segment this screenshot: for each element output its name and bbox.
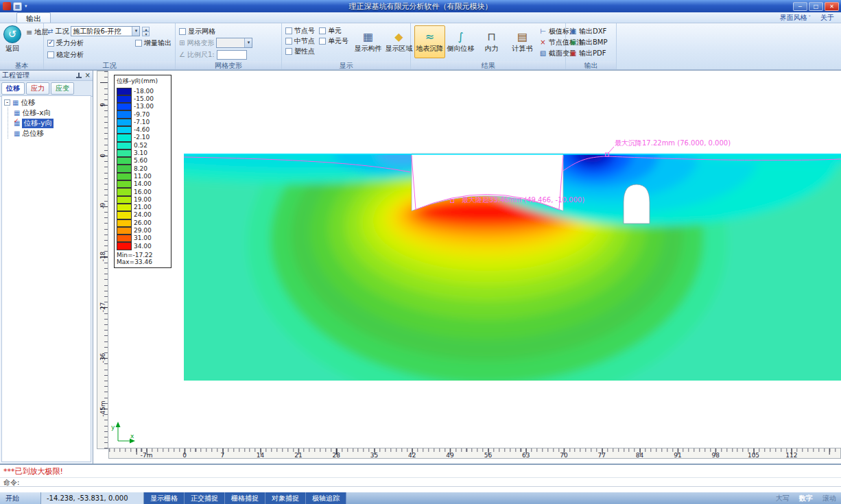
chevron-down-icon: ˅ xyxy=(809,15,812,21)
button-label: 显示构件 xyxy=(355,44,382,53)
ribbon-group-result: ≈地表沉降∫侧向位移⊓内力▤计算书 ⊢极值标注×节点值标注▧截面变量 结果 xyxy=(411,23,566,69)
group-label-result: 结果 xyxy=(411,61,565,69)
chevron-down-icon[interactable]: ▾ xyxy=(25,3,27,9)
sidebar-tab-1[interactable]: 应力 xyxy=(26,82,49,95)
legend-entry: -13.00 xyxy=(117,103,169,110)
menu-item-ui-style[interactable]: 界面风格˅ xyxy=(780,13,812,23)
legend-value: 31.00 xyxy=(132,235,152,241)
tree-root[interactable]: - ▦ 位移 xyxy=(4,97,91,108)
command-input[interactable] xyxy=(0,486,841,492)
display-checkbox[interactable]: 节点号 xyxy=(285,26,315,36)
start-button[interactable]: 开始 xyxy=(0,492,41,504)
h-ruler-label: 77 xyxy=(598,452,606,459)
drawing-canvas[interactable]: 90-9-18-27-36-45m -7m0714212835424956637… xyxy=(93,70,841,464)
snap-button[interactable]: 显示栅格 xyxy=(144,492,185,504)
result-button[interactable]: ∫侧向位移 xyxy=(445,25,476,58)
panel-title: 工程管理 xyxy=(2,71,76,80)
legend-entry: 0.52 xyxy=(117,141,169,149)
sidebar-tab-2[interactable]: 应变 xyxy=(51,82,74,95)
legend-swatch xyxy=(117,157,132,165)
export-button[interactable]: ▣输出DXF xyxy=(569,26,613,36)
snap-button[interactable]: 正交捕捉 xyxy=(185,492,225,504)
surface-settlement-icon: ≈ xyxy=(425,31,434,43)
collapse-icon[interactable]: - xyxy=(4,99,10,106)
display-button[interactable]: ▦显示构件 xyxy=(353,25,383,58)
tree-item[interactable]: ▦总位移 xyxy=(14,128,91,139)
force-analysis-checkbox[interactable]: 受力分析 xyxy=(47,38,84,48)
legend-entry: 8.20 xyxy=(117,165,169,172)
show-grid-checkbox[interactable]: 显示网格 xyxy=(179,27,215,36)
legend-entry: 16.00 xyxy=(117,188,169,195)
legend-min: Min=-17.22 xyxy=(117,252,169,259)
display-button[interactable]: ◆显示区域 xyxy=(383,25,414,58)
chevron-down-icon[interactable]: ▾ xyxy=(132,27,139,36)
contour-plot-area[interactable]: 最大隆起33.46mm (49.466, -10.000) 最大沉降17.22m… xyxy=(108,71,841,446)
h-ruler-label: 21 xyxy=(294,452,302,459)
warning-message: ***已到放大极限! xyxy=(3,467,63,476)
menu-item-about[interactable]: 关于 xyxy=(820,13,834,23)
checkbox-label: 显示网格 xyxy=(188,27,215,36)
result-button[interactable]: ▤计算书 xyxy=(507,25,538,58)
contour-field xyxy=(108,78,841,409)
legend-swatch xyxy=(117,149,132,157)
close-icon[interactable]: × xyxy=(85,72,91,79)
export-pdf-icon: ▣ xyxy=(569,49,577,57)
export-button[interactable]: ▣输出PDF xyxy=(569,48,613,58)
close-button[interactable]: ✕ xyxy=(825,2,839,11)
result-button[interactable]: ≈地表沉降 xyxy=(414,25,445,58)
scale-input[interactable] xyxy=(217,50,247,60)
ribbon-group-output: ▣输出DXF▣输出BMP▣输出PDF 输出 xyxy=(566,23,617,69)
legend-value: -13.00 xyxy=(132,103,154,110)
increment-output-checkbox[interactable]: 增量输出 xyxy=(135,38,171,48)
legend-entry: 29.00 xyxy=(117,226,169,234)
button-label: 显示区域 xyxy=(386,44,413,53)
window-title: 理正深基坑有限元分析软件（有限元模块） xyxy=(0,1,841,12)
minimize-button[interactable]: ─ xyxy=(793,2,807,11)
contour-svg: 最大隆起33.46mm (49.466, -10.000) 最大沉降17.22m… xyxy=(108,71,841,446)
save-icon[interactable]: ▦ xyxy=(13,2,22,11)
display-checkbox[interactable]: 中节点 xyxy=(285,36,315,46)
maximize-button[interactable]: □ xyxy=(809,2,823,11)
checkbox-label: 单元 xyxy=(328,26,342,36)
checkbox-label: 单元号 xyxy=(328,36,348,46)
axis-y-label: y xyxy=(111,424,115,431)
legend-value: 8.20 xyxy=(132,165,147,172)
snap-button[interactable]: 极轴追踪 xyxy=(306,492,346,504)
snap-button[interactable]: 对象捕捉 xyxy=(265,492,306,504)
h-ruler-label: 56 xyxy=(484,452,492,459)
v-ruler-label: -18 xyxy=(99,252,106,262)
snap-button[interactable]: 栅格捕捉 xyxy=(225,492,265,504)
folder-table-icon: ▦ xyxy=(12,99,19,106)
display-checkbox[interactable]: 单元号 xyxy=(319,36,348,46)
tree-item[interactable]: ▦位移-y向 xyxy=(14,118,91,128)
checkbox-icon xyxy=(135,40,142,47)
display-checkbox-col2: 单元单元号 xyxy=(319,25,348,46)
tree-item[interactable]: ▦位移-x向 xyxy=(14,108,91,118)
display-checkbox[interactable]: 塑性点 xyxy=(285,47,315,56)
legend-entry: 5.60 xyxy=(117,157,169,165)
h-ruler-label: 105 xyxy=(748,452,759,459)
legend-swatch xyxy=(117,173,132,180)
legend-value: -2.10 xyxy=(132,134,150,141)
result-button[interactable]: ⊓内力 xyxy=(476,25,507,58)
output-buttons: ▣输出DXF▣输出BMP▣输出PDF xyxy=(569,25,613,60)
button-label: 输出DXF xyxy=(579,27,606,36)
stage-combobox[interactable]: 施工阶段6-开挖 ▾ xyxy=(71,26,140,36)
stability-analysis-checkbox[interactable]: 稳定分析 xyxy=(47,50,84,60)
legend-entries: -18.00-15.00-13.00-9.70-7.10-4.60-2.100.… xyxy=(117,87,169,250)
legend-value: -4.60 xyxy=(132,126,150,133)
h-ruler-label: 98 xyxy=(711,452,719,459)
stage-spinner[interactable]: ▴▾ xyxy=(142,27,150,36)
sidebar-tab-0[interactable]: 位移 xyxy=(1,82,25,95)
display-checkbox[interactable]: 单元 xyxy=(319,26,348,36)
max-heave-annotation: 最大隆起33.46mm (49.466, -10.000) xyxy=(462,196,584,204)
legend-swatch xyxy=(117,103,132,110)
export-button[interactable]: ▣输出BMP xyxy=(569,37,613,47)
legend-entry: -9.70 xyxy=(117,110,169,118)
pin-icon[interactable] xyxy=(76,73,82,79)
legend-value: 19.00 xyxy=(132,196,152,203)
spin-down-icon: ▾ xyxy=(142,32,150,36)
checkbox-icon xyxy=(319,27,326,34)
ribbon-tab-output[interactable]: 输出 xyxy=(16,12,51,23)
back-button[interactable]: ↺ 返回 xyxy=(3,25,21,53)
